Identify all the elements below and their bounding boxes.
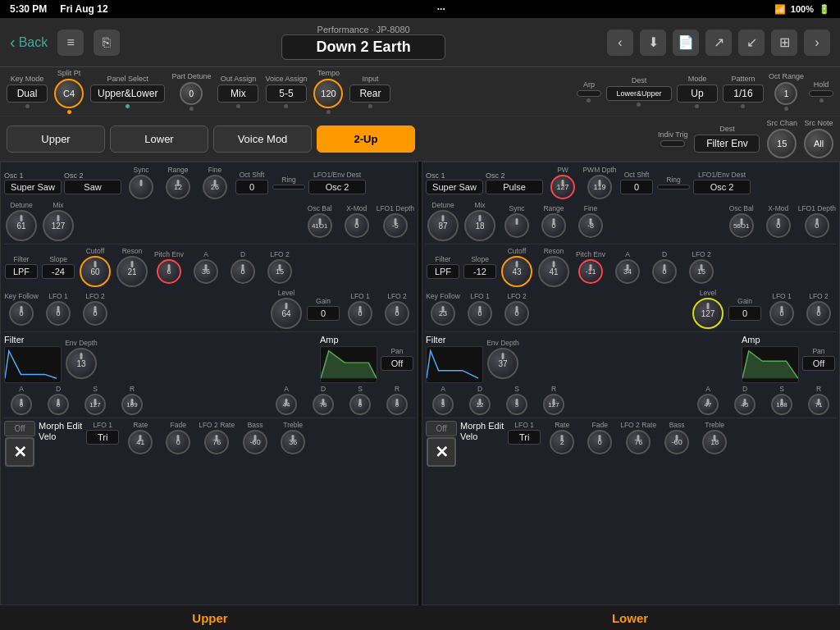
split-pt-knob[interactable]: C4 bbox=[54, 79, 84, 108]
indiv-trig-value[interactable] bbox=[660, 140, 685, 147]
lower-morph-state[interactable]: Off bbox=[426, 421, 457, 436]
lower-rate-knob[interactable]: 2 bbox=[550, 430, 574, 454]
lower-lfo1depth-knob[interactable]: 0 bbox=[805, 213, 829, 238]
upper-lfo2rate-knob[interactable]: 76 bbox=[204, 430, 229, 454]
upper-oscbal-knob[interactable]: 41O1 bbox=[308, 213, 332, 238]
upper-fade-knob[interactable]: 0 bbox=[166, 430, 190, 454]
lower-cutoff-knob[interactable]: 43 bbox=[501, 256, 532, 287]
upper-velo-x[interactable]: ✕ bbox=[5, 437, 34, 467]
upper-octshft-val[interactable]: 0 bbox=[235, 180, 268, 194]
lower-filter-val[interactable]: LPF bbox=[427, 264, 459, 279]
upper-fs-knob[interactable]: 127 bbox=[84, 394, 106, 415]
sr-dest-value[interactable]: Filter Env bbox=[694, 135, 760, 153]
hold-value[interactable] bbox=[809, 90, 833, 97]
lower-bass-knob[interactable]: -60 bbox=[664, 430, 689, 454]
upper-lfo1envdest-val[interactable]: Osc 2 bbox=[308, 180, 366, 194]
lower-lfo2rate-knob[interactable]: 76 bbox=[626, 430, 651, 454]
upper-lfo1-wave-val[interactable]: Tri bbox=[86, 430, 119, 445]
upper-fr-knob[interactable]: 109 bbox=[121, 394, 143, 415]
lower-lfo2-knob[interactable]: 15 bbox=[689, 259, 714, 284]
upper-pan-val[interactable]: Off bbox=[381, 356, 413, 371]
prev-icon[interactable]: ‹ bbox=[607, 30, 633, 56]
upper-osc2-wave[interactable]: Saw bbox=[64, 180, 121, 194]
lower-lfo1amp-knob[interactable]: 0 bbox=[769, 301, 794, 326]
upper-ad-knob[interactable]: 78 bbox=[313, 394, 334, 415]
lower-keyfollow-knob[interactable]: 23 bbox=[431, 301, 455, 326]
tab-lower[interactable]: Lower bbox=[110, 126, 208, 153]
upper-lfo2amp-knob[interactable]: 0 bbox=[385, 301, 409, 326]
input-value[interactable]: Rear bbox=[349, 84, 390, 103]
lower-detune-knob[interactable]: 87 bbox=[427, 210, 459, 241]
upper-fine-knob[interactable]: 26 bbox=[203, 175, 227, 199]
arp-mode-value[interactable]: Up bbox=[677, 84, 718, 103]
grid-icon[interactable]: ⊞ bbox=[771, 30, 797, 56]
upper-level-knob[interactable]: 64 bbox=[271, 298, 302, 329]
lower-treble-knob[interactable]: 18 bbox=[702, 430, 727, 454]
lower-mix-knob[interactable]: 18 bbox=[464, 210, 495, 241]
upper-fd-knob[interactable]: 0 bbox=[48, 394, 69, 415]
upper-lfo1amp-knob[interactable]: 0 bbox=[348, 301, 372, 326]
lower-fs-knob[interactable]: 3 bbox=[506, 394, 527, 415]
lower-pwm-knob[interactable]: 119 bbox=[587, 175, 612, 199]
tab-upper[interactable]: Upper bbox=[7, 126, 105, 153]
lower-aa-knob[interactable]: 47 bbox=[697, 394, 719, 415]
upper-lfo2kf-knob[interactable]: 0 bbox=[83, 301, 107, 326]
lower-pw-knob[interactable]: 127 bbox=[550, 175, 575, 199]
lower-fr-knob[interactable]: 127 bbox=[543, 394, 564, 415]
lower-pan-val[interactable]: Off bbox=[802, 356, 835, 371]
lower-lfo2kf-knob[interactable]: 0 bbox=[504, 301, 529, 326]
upper-pitchenv-knob[interactable]: 6 bbox=[157, 259, 181, 284]
lower-osc1-wave[interactable]: Super Saw bbox=[426, 180, 483, 194]
src-note-knob[interactable]: All bbox=[804, 129, 833, 158]
upper-ar-knob[interactable]: 0 bbox=[386, 394, 408, 415]
lower-fd-knob[interactable]: 12 bbox=[469, 394, 491, 415]
tab-voice-mod[interactable]: Voice Mod bbox=[213, 126, 312, 153]
upper-slope-val[interactable]: -24 bbox=[42, 264, 75, 279]
doc-icon[interactable]: 📄 bbox=[673, 30, 699, 56]
upper-range-knob[interactable]: 12 bbox=[166, 175, 190, 199]
upper-ring-val[interactable] bbox=[272, 185, 305, 189]
lower-pitchenv-knob[interactable]: -11 bbox=[578, 259, 603, 284]
lower-lfo1envdest-val[interactable]: Osc 2 bbox=[693, 180, 751, 194]
lower-fine-knob[interactable]: -8 bbox=[578, 213, 603, 238]
back-button[interactable]: ‹ Back bbox=[10, 33, 48, 52]
lower-octshft-val[interactable]: 0 bbox=[620, 180, 653, 194]
key-mode-value[interactable]: Dual bbox=[7, 84, 48, 103]
lower-envdepth-knob[interactable]: 37 bbox=[487, 348, 518, 379]
share-icon[interactable]: ↗ bbox=[705, 30, 732, 56]
lower-gain-val[interactable]: 0 bbox=[728, 306, 761, 321]
lower-slope-val[interactable]: -12 bbox=[463, 264, 496, 279]
lower-fa-knob[interactable]: 3 bbox=[432, 394, 454, 415]
upper-as-knob[interactable]: 0 bbox=[349, 394, 371, 415]
lower-osc2-wave[interactable]: Pulse bbox=[486, 180, 543, 194]
upper-lfo1kf-knob[interactable]: 0 bbox=[46, 301, 71, 326]
menu-icon[interactable]: ≡ bbox=[57, 30, 84, 56]
perf-name[interactable]: Down 2 Earth bbox=[281, 34, 445, 60]
upper-envdepth-knob[interactable]: 13 bbox=[66, 348, 97, 379]
upper-treble-knob[interactable]: 36 bbox=[281, 430, 305, 454]
lower-lfo1kf-knob[interactable]: 0 bbox=[468, 301, 492, 326]
oct-range-knob[interactable]: 1 bbox=[774, 82, 797, 105]
lower-ring-val[interactable] bbox=[657, 185, 690, 189]
lower-oscbal-knob[interactable]: 56O1 bbox=[729, 213, 754, 238]
lower-xmod-knob[interactable]: 0 bbox=[766, 213, 791, 238]
next-icon[interactable]: › bbox=[804, 30, 830, 56]
arp-dest-value[interactable]: Lower&Upper bbox=[606, 86, 672, 101]
upper-xmod-knob[interactable]: 0 bbox=[345, 213, 369, 238]
lower-level-knob[interactable]: 127 bbox=[692, 298, 724, 329]
src-chan-knob[interactable]: 15 bbox=[767, 129, 797, 158]
part-detune-knob[interactable]: 0 bbox=[180, 82, 203, 105]
upper-bass-knob[interactable]: -60 bbox=[243, 430, 267, 454]
tempo-knob[interactable]: 120 bbox=[313, 79, 343, 108]
upper-aa-knob[interactable]: 44 bbox=[276, 394, 297, 415]
upper-morph-state[interactable]: Off bbox=[4, 421, 35, 436]
lower-velo-x[interactable]: ✕ bbox=[427, 437, 456, 467]
tab-2up[interactable]: 2-Up bbox=[317, 126, 415, 153]
upper-gain-val[interactable]: 0 bbox=[307, 306, 340, 321]
share2-icon[interactable]: ↙ bbox=[738, 30, 765, 56]
upper-sync-knob[interactable] bbox=[129, 175, 153, 199]
lower-range-knob[interactable]: 0 bbox=[541, 213, 566, 238]
lower-lfo1-wave-val[interactable]: Tri bbox=[508, 430, 541, 445]
upper-cutoff-knob[interactable]: 60 bbox=[80, 256, 111, 287]
panel-select-value[interactable]: Upper&Lower bbox=[90, 84, 165, 103]
